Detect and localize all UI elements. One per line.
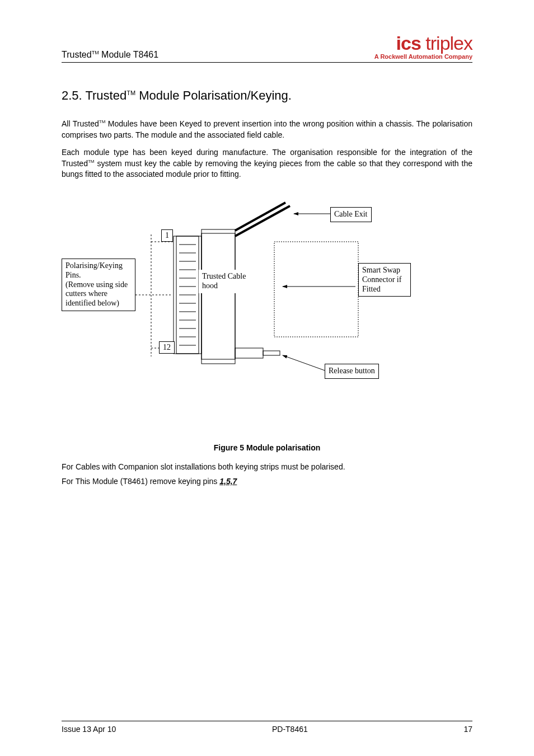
note-remove-pins-text: For This Module (T8461) remove keying pi… (62, 477, 219, 486)
footer-docid: PD-T8461 (272, 725, 308, 734)
header-suffix: Module T8461 (99, 50, 158, 59)
section-num: 2.5. (62, 88, 85, 102)
label-cable-exit: Cable Exit (330, 207, 372, 222)
svg-rect-24 (274, 242, 358, 337)
footer-pagenum: 17 (463, 725, 472, 734)
svg-line-20 (235, 203, 285, 231)
section-prefix: Trusted (85, 88, 127, 102)
note-companion: For Cables with Companion slot installat… (62, 462, 472, 471)
header-tm: TM (92, 50, 99, 55)
label-release-button: Release button (325, 364, 379, 379)
p1b: Modules have been Keyed to prevent inser… (62, 119, 472, 139)
label-keying-pins: Polarising/Keying Pins. (Remove using si… (62, 259, 135, 311)
note-remove-pins: For This Module (T8461) remove keying pi… (62, 477, 472, 486)
logo-subtitle: A Rockwell Automation Company (374, 54, 472, 60)
page: TrustedTM Module T8461 ics triplex A Roc… (0, 0, 534, 756)
paragraph-2: Each module type has been keyed during m… (62, 147, 472, 180)
header-title: TrustedTM Module T8461 (62, 50, 158, 60)
logo-text: ics triplex (374, 34, 472, 53)
label-smart-swap: Smart Swap Connector if Fitted (358, 263, 411, 297)
pin-number-top: 1 (161, 229, 173, 242)
p1tm: TM (99, 119, 106, 124)
logo-ics: ics (396, 32, 421, 54)
svg-line-21 (235, 206, 290, 236)
diagram: 1 12 Polarising/Keying Pins. (Remove usi… (62, 197, 472, 410)
section-suffix: Module Polarisation/Keying. (135, 88, 292, 102)
page-footer: Issue 13 Apr 10 PD-T8461 17 (62, 721, 472, 734)
svg-rect-19 (202, 233, 235, 359)
svg-rect-22 (235, 348, 263, 358)
section-tm: TM (127, 90, 135, 96)
svg-rect-18 (202, 229, 235, 364)
logo: ics triplex A Rockwell Automation Compan… (374, 34, 472, 60)
paragraph-1: All TrustedTM Modules have been Keyed to… (62, 119, 472, 140)
section-heading: 2.5. TrustedTM Module Polarisation/Keyin… (62, 88, 472, 103)
header-prefix: Trusted (62, 50, 92, 59)
logo-triplex: triplex (421, 32, 472, 54)
figure-caption: Figure 5 Module polarisation (62, 443, 472, 452)
footer-issue: Issue 13 Apr 10 (62, 725, 116, 734)
pin-number-bottom: 12 (159, 341, 175, 354)
p1a: All Trusted (62, 119, 99, 128)
p2b: system must key the cable by removing th… (62, 159, 472, 179)
svg-rect-23 (263, 351, 280, 355)
pins-to-remove: 1,5,7 (219, 477, 237, 486)
p2tm: TM (88, 159, 95, 164)
svg-line-29 (283, 355, 325, 370)
label-cable-hood: Trusted Cable hood (199, 270, 256, 293)
page-header: TrustedTM Module T8461 ics triplex A Roc… (62, 34, 472, 63)
